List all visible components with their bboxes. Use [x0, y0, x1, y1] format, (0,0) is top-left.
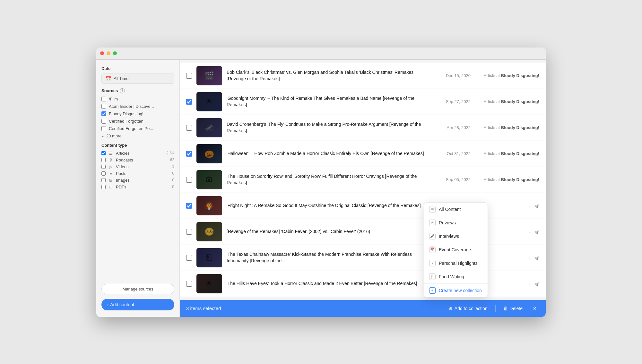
- source-certfpo[interactable]: Certified Forgotten Po...: [101, 126, 174, 131]
- ct-pdfs-checkbox[interactable]: [101, 185, 106, 189]
- ct-images-count: 0: [172, 178, 174, 182]
- ct-videos[interactable]: ▷ Videos 1: [101, 164, 174, 169]
- ct-videos-label: Videos: [116, 164, 129, 169]
- article-thumbnail-3: 🦟: [196, 118, 222, 137]
- date-label: Date: [101, 66, 174, 71]
- source-bloody[interactable]: Bloody Disgusting!: [101, 111, 174, 116]
- thumb-shape-2: 👁: [205, 97, 213, 106]
- ct-posts-checkbox[interactable]: [101, 171, 106, 176]
- article-date-1: Dec 15, 2020: [438, 73, 471, 78]
- titlebar: [96, 48, 546, 60]
- ct-pdfs[interactable]: □ PDFs 0: [101, 185, 174, 189]
- source-certfpo-label: Certified Forgotten Po...: [109, 126, 153, 131]
- article-thumbnail-4: 🎃: [196, 144, 222, 163]
- source-atom[interactable]: Atom Insider | Discove...: [101, 104, 174, 109]
- content-type-section: Content type ☰ Articles 2.6K 🎙 Podcasts …: [101, 143, 174, 189]
- article-title-8: 'The Texas Chainsaw Massacre' Kick-Start…: [227, 251, 434, 264]
- dropdown-reviews[interactable]: ★ Reviews: [424, 216, 488, 230]
- ct-pdfs-count: 0: [172, 185, 174, 189]
- source-film-checkbox[interactable]: [101, 97, 106, 101]
- dropdown-personal-highlights-label: Personal Highlights: [439, 261, 478, 266]
- row-checkbox-4[interactable]: [186, 151, 192, 157]
- article-date-3: Apr 28, 2022: [438, 125, 471, 130]
- thumb-shape-5: 🏚: [205, 175, 213, 184]
- source-atom-checkbox[interactable]: [101, 104, 106, 109]
- source-atom-label: Atom Insider | Discove...: [109, 104, 154, 109]
- source-certf-checkbox[interactable]: [101, 119, 106, 124]
- sources-section: Sources ? /Film Atom Insider | Discove..…: [101, 88, 174, 138]
- reviews-icon: ★: [429, 220, 436, 226]
- add-content-button[interactable]: + Add content: [101, 299, 174, 310]
- article-thumbnail-8: ⛓: [196, 248, 222, 267]
- row-checkbox-5[interactable]: [186, 177, 192, 183]
- more-sources-link[interactable]: ⌄ 20 more: [101, 134, 174, 138]
- ct-posts-count: 0: [172, 171, 174, 176]
- table-row: 👁 'The Hills Have Eyes' Took a Horror Cl…: [180, 271, 546, 297]
- ct-images-label: Images: [116, 178, 130, 183]
- close-button[interactable]: [100, 51, 104, 55]
- dropdown-reviews-label: Reviews: [439, 220, 456, 225]
- dropdown-interviews[interactable]: 🎤 Interviews: [424, 230, 488, 243]
- create-new-icon: +: [429, 287, 436, 294]
- dropdown-food-writing[interactable]: 🍴 Food Writing: [424, 270, 488, 283]
- create-new-collection-item[interactable]: + Create new collection: [424, 284, 488, 297]
- thumb-shape-6: 🧛: [204, 201, 214, 210]
- article-title-5: 'The House on Sorority Row' and 'Sororit…: [227, 173, 434, 186]
- images-icon: ⊞: [108, 178, 113, 183]
- article-title-4: 'Halloween' – How Rob Zombie Made a Horr…: [227, 151, 434, 157]
- close-bar-button[interactable]: ✕: [530, 305, 539, 312]
- source-certf[interactable]: Certified Forgotten: [101, 119, 174, 124]
- row-checkbox-7[interactable]: [186, 229, 192, 235]
- ct-posts[interactable]: ≡ Posts 0: [101, 171, 174, 176]
- sources-help-icon[interactable]: ?: [120, 88, 125, 93]
- ct-podcasts-label: Podcasts: [116, 158, 133, 162]
- row-checkbox-8[interactable]: [186, 255, 192, 261]
- dropdown-all-content[interactable]: ⊞ All Content: [424, 203, 488, 216]
- ct-articles[interactable]: ☰ Articles 2.6K: [101, 151, 174, 156]
- dropdown-event-coverage[interactable]: 📅 Event Coverage: [424, 243, 488, 256]
- personal-highlights-icon: ♥: [429, 260, 436, 266]
- article-thumbnail-2: 👁: [196, 92, 222, 111]
- article-source-4: Article at Bloody Disgusting!: [475, 151, 539, 156]
- row-checkbox-3[interactable]: [186, 125, 192, 131]
- row-checkbox-6[interactable]: [186, 203, 192, 209]
- articles-icon: ☰: [108, 151, 113, 156]
- table-row: 🎬 Bob Clark's 'Black Christmas' vs. Glen…: [180, 63, 546, 89]
- articles-list: 🎬 Bob Clark's 'Black Christmas' vs. Glen…: [180, 60, 546, 300]
- source-bloody-checkbox[interactable]: [101, 111, 106, 116]
- maximize-button[interactable]: [113, 51, 117, 55]
- article-date-5: Sep 05, 2022: [438, 177, 471, 182]
- collection-dropdown: ⊞ All Content ★ Reviews 🎤 Interviews 📅 E…: [424, 202, 488, 298]
- article-title-3: David Cronenberg's 'The Fly' Continues t…: [227, 121, 434, 134]
- ct-images-checkbox[interactable]: [101, 178, 106, 182]
- row-checkbox-2[interactable]: [186, 99, 192, 105]
- ct-articles-checkbox[interactable]: [101, 151, 106, 155]
- row-checkbox-9[interactable]: [186, 281, 192, 287]
- minimize-button[interactable]: [107, 51, 110, 55]
- source-certf-label: Certified Forgotten: [109, 119, 143, 124]
- manage-sources-button[interactable]: Manage sources: [101, 284, 174, 294]
- dropdown-personal-highlights[interactable]: ♥ Personal Highlights: [424, 256, 488, 270]
- table-row: 🤒 [Revenge of the Remakes] 'Cabin Fever'…: [180, 219, 546, 245]
- delete-icon: 🗑: [503, 306, 508, 311]
- date-btn-label: All Time: [114, 76, 128, 81]
- table-row: 🎃 'Halloween' – How Rob Zombie Made a Ho…: [180, 141, 546, 167]
- ct-videos-checkbox[interactable]: [101, 165, 106, 169]
- posts-icon: ≡: [108, 171, 113, 176]
- date-filter-button[interactable]: 📅 All Time: [101, 74, 174, 84]
- ct-podcasts-checkbox[interactable]: [101, 158, 106, 162]
- ct-podcasts[interactable]: 🎙 Podcasts 62: [101, 158, 174, 162]
- source-certfpo-checkbox[interactable]: [101, 126, 106, 131]
- thumb-shape-7: 🤒: [204, 227, 214, 236]
- article-title-1: Bob Clark's 'Black Christmas' vs. Glen M…: [227, 69, 434, 82]
- add-to-collection-button[interactable]: ⊕ Add to collection: [446, 305, 490, 312]
- bottom-selection-bar: 3 items selected ⊕ Add to collection 🗑 D…: [180, 300, 546, 317]
- ct-images[interactable]: ⊞ Images 0: [101, 178, 174, 183]
- source-film[interactable]: /Film: [101, 97, 174, 101]
- table-row: 🦟 David Cronenberg's 'The Fly' Continues…: [180, 115, 546, 141]
- delete-button[interactable]: 🗑 Delete: [501, 305, 525, 312]
- article-source-2: Article at Bloody Disgusting!: [475, 99, 539, 104]
- bar-separator: [495, 305, 496, 312]
- row-checkbox-1[interactable]: [186, 73, 192, 79]
- table-row: 🏚 'The House on Sorority Row' and 'Soror…: [180, 167, 546, 193]
